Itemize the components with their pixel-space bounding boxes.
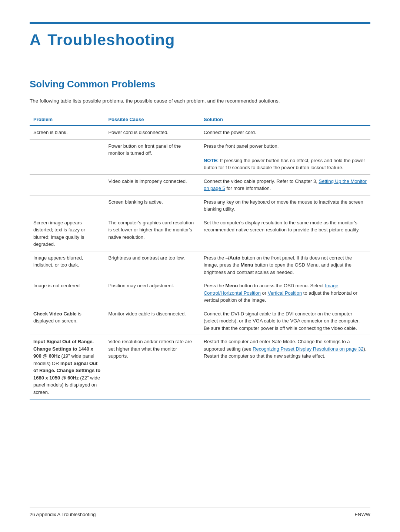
table-row: Input Signal Out of Range. Change Settin… bbox=[30, 335, 370, 399]
table-row: Screen is blank. Power cord is disconnec… bbox=[30, 126, 370, 139]
note-label: NOTE: bbox=[204, 158, 219, 163]
chapter-letter: A bbox=[30, 31, 41, 48]
cause-cell: Screen blanking is active. bbox=[104, 195, 200, 216]
bold-problem: Input Signal Out of Range. Change Settin… bbox=[33, 361, 100, 381]
cause-cell: Brightness and contrast are too low. bbox=[104, 251, 200, 279]
chapter-header: ATroubleshooting bbox=[30, 22, 370, 49]
header-cause: Possible Cause bbox=[104, 114, 200, 126]
cause-cell: Power cord is disconnected. bbox=[104, 126, 200, 139]
table-row: Image is not centered Position may need … bbox=[30, 279, 370, 307]
solution-cell: Press any key on the keyboard or move th… bbox=[200, 195, 370, 216]
problem-cell bbox=[30, 195, 104, 216]
preset-resolutions-link[interactable]: Recognizing Preset Display Resolutions o… bbox=[253, 346, 363, 352]
solution-cell: Press the Menu button to access the OSD … bbox=[200, 279, 370, 307]
page: ATroubleshooting Solving Common Problems… bbox=[0, 0, 400, 532]
table-row: Screen image appears distorted; text is … bbox=[30, 216, 370, 251]
table-header-row: Problem Possible Cause Solution bbox=[30, 114, 370, 126]
table-row: Power button on front panel of the monit… bbox=[30, 139, 370, 174]
table-row: Check Video Cable is displayed on screen… bbox=[30, 307, 370, 335]
solution-cell: Set the computer's display resolution to… bbox=[200, 216, 370, 251]
table-row: Screen blanking is active. Press any key… bbox=[30, 195, 370, 216]
solution-cell: Restart the computer and enter Safe Mode… bbox=[200, 335, 370, 399]
bold-problem: Input Signal Out of Range. Change Settin… bbox=[33, 339, 94, 359]
problem-cell: Image appears blurred, indistinct, or to… bbox=[30, 251, 104, 279]
button-label: –/Auto bbox=[226, 255, 240, 261]
header-solution: Solution bbox=[200, 114, 370, 126]
solution-cell: Press the –/Auto button on the front pan… bbox=[200, 251, 370, 279]
problem-cell bbox=[30, 139, 104, 174]
table-row: Video cable is improperly connected. Con… bbox=[30, 174, 370, 195]
intro-text: The following table lists possible probl… bbox=[30, 97, 370, 105]
solution-cell: Connect the power cord. bbox=[200, 126, 370, 139]
footer-left: 26 Appendix A Troubleshooting bbox=[30, 512, 96, 517]
footer-right: ENWW bbox=[354, 512, 370, 517]
problem-cell: Image is not centered bbox=[30, 279, 104, 307]
chapter-title-text: Troubleshooting bbox=[47, 31, 175, 48]
cause-cell: Video cable is improperly connected. bbox=[104, 174, 200, 195]
problem-cell: Screen is blank. bbox=[30, 126, 104, 139]
page-footer: 26 Appendix A Troubleshooting ENWW bbox=[30, 508, 370, 517]
problem-cell bbox=[30, 174, 104, 195]
menu-link: Menu bbox=[226, 283, 238, 288]
solution-cell: Press the front panel power button. NOTE… bbox=[200, 139, 370, 174]
header-problem: Problem bbox=[30, 114, 104, 126]
problem-cell: Input Signal Out of Range. Change Settin… bbox=[30, 335, 104, 399]
setting-monitor-link[interactable]: Setting Up the Monitor on page 5 bbox=[204, 178, 367, 191]
cause-cell: Video resolution and/or refresh rate are… bbox=[104, 335, 200, 399]
problems-table: Problem Possible Cause Solution Screen i… bbox=[30, 114, 370, 399]
problem-cell: Check Video Cable is displayed on screen… bbox=[30, 307, 104, 335]
bold-problem: Check Video Cable bbox=[33, 311, 77, 317]
solution-cell: Connect the video cable properly. Refer … bbox=[200, 174, 370, 195]
solution-cell: Connect the DVI-D signal cable to the DV… bbox=[200, 307, 370, 335]
section-title: Solving Common Problems bbox=[30, 78, 370, 90]
button-label: Menu bbox=[241, 262, 253, 268]
cause-cell: The computer's graphics card resolution … bbox=[104, 216, 200, 251]
chapter-title: ATroubleshooting bbox=[30, 31, 370, 49]
vertical-position-link[interactable]: Vertical Position bbox=[268, 290, 302, 296]
cause-cell: Position may need adjustment. bbox=[104, 279, 200, 307]
cause-cell: Power button on front panel of the monit… bbox=[104, 139, 200, 174]
cause-cell: Monitor video cable is disconnected. bbox=[104, 307, 200, 335]
problem-cell: Screen image appears distorted; text is … bbox=[30, 216, 104, 251]
table-row: Image appears blurred, indistinct, or to… bbox=[30, 251, 370, 279]
